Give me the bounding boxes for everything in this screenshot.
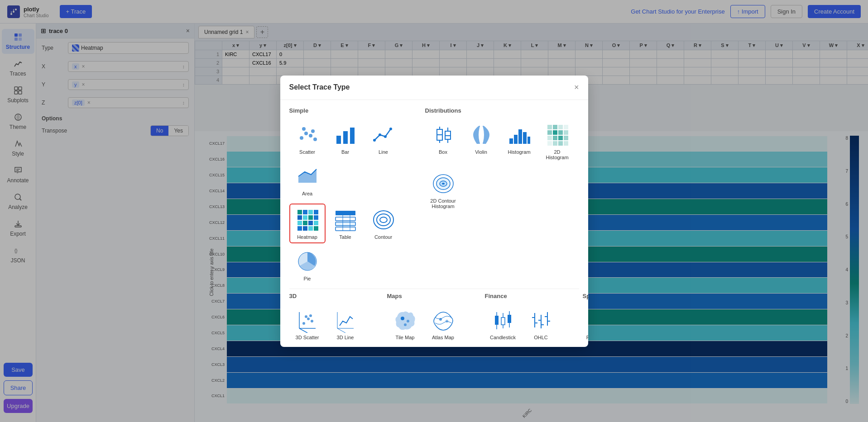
svg-point-25: [313, 138, 317, 141]
candlestick-label: Candlestick: [490, 335, 516, 340]
scatter-icon: [295, 122, 320, 147]
svg-point-21: [304, 132, 308, 135]
contour-label: Contour: [374, 234, 392, 240]
table-icon: [333, 207, 358, 232]
svg-point-32: [389, 128, 392, 130]
svg-rect-87: [564, 141, 568, 146]
line3d-chart-item[interactable]: 3D Line: [327, 304, 364, 344]
violin-chart-item[interactable]: Violin: [463, 119, 499, 164]
svg-rect-43: [308, 221, 313, 225]
pie-chart-item[interactable]: Pie: [289, 245, 326, 285]
svg-rect-27: [343, 131, 348, 144]
svg-rect-68: [514, 135, 518, 144]
svg-line-102: [337, 328, 345, 333]
histogram-icon: [507, 122, 532, 147]
polar-label: Polar Scatter: [586, 335, 588, 340]
distributions-section: Distributions: [425, 107, 579, 285]
atlasmap-label: Atlas Map: [432, 335, 454, 340]
3d-title: 3D: [289, 293, 380, 299]
scatter3d-label: 3D Scatter: [296, 335, 319, 340]
svg-rect-37: [297, 215, 302, 220]
svg-point-20: [300, 136, 303, 140]
heatmap-label: Heatmap: [297, 234, 317, 240]
3d-section: 3D: [289, 293, 380, 347]
svg-point-24: [311, 129, 315, 133]
finance-section: Finance: [485, 293, 575, 347]
svg-rect-48: [314, 226, 318, 231]
heatmap-type-icon: [295, 207, 320, 232]
svg-rect-36: [314, 210, 318, 214]
svg-rect-52: [336, 227, 355, 231]
ohlc-chart-item[interactable]: OHLC: [523, 304, 559, 344]
histogram-chart-item[interactable]: Histogram: [501, 119, 537, 164]
svg-rect-70: [523, 132, 527, 144]
svg-point-97: [311, 320, 313, 322]
modal-body: Simple: [280, 100, 588, 347]
svg-rect-38: [303, 215, 307, 220]
svg-point-99: [309, 314, 312, 317]
atlasmap-chart-item[interactable]: Atlas Map: [425, 304, 461, 344]
svg-point-113: [446, 320, 448, 322]
distributions-row1: Box Violin: [425, 119, 579, 164]
svg-point-96: [307, 318, 310, 320]
contour2d-chart-item[interactable]: 2D Contour Histogram: [425, 167, 461, 213]
svg-rect-76: [547, 130, 552, 135]
bar-chart-item[interactable]: Bar: [327, 119, 364, 158]
svg-point-112: [439, 318, 442, 321]
svg-rect-47: [308, 226, 313, 231]
scatter3d-icon: [295, 308, 320, 333]
svg-point-98: [305, 315, 307, 318]
bar-label: Bar: [341, 149, 349, 155]
pie-label: Pie: [304, 276, 311, 281]
svg-rect-73: [553, 125, 557, 129]
svg-rect-85: [553, 141, 557, 146]
svg-rect-81: [553, 136, 557, 140]
svg-rect-117: [495, 316, 499, 325]
candlestick-chart-item[interactable]: Candlestick: [485, 304, 521, 344]
svg-rect-71: [528, 137, 530, 144]
maps-title: Maps: [387, 293, 478, 299]
hist2d-icon: [545, 122, 570, 147]
scatter-chart-item[interactable]: Scatter: [289, 119, 326, 158]
modal-overlay[interactable]: Select Trace Type × Simple: [0, 0, 868, 422]
pie-icon: [295, 249, 320, 274]
svg-rect-80: [547, 136, 552, 140]
svg-rect-45: [297, 226, 302, 231]
scatter3d-chart-item[interactable]: 3D Scatter: [289, 304, 326, 344]
table-chart-item[interactable]: Table: [327, 204, 364, 243]
svg-rect-67: [509, 138, 513, 144]
tilemap-chart-item[interactable]: Tile Map: [387, 304, 423, 344]
modal-close-button[interactable]: ×: [574, 83, 579, 92]
svg-point-109: [401, 317, 404, 320]
svg-point-57: [380, 217, 387, 223]
area-chart-item[interactable]: Area: [289, 160, 326, 200]
area-icon: [295, 164, 320, 189]
line-icon: [371, 122, 396, 147]
table-label: Table: [339, 234, 351, 240]
box-chart-item[interactable]: Box: [425, 119, 461, 164]
svg-point-56: [377, 214, 390, 226]
svg-rect-50: [336, 217, 355, 221]
svg-point-91: [442, 183, 445, 185]
svg-rect-119: [501, 318, 505, 325]
hist2d-chart-item[interactable]: 2D Histogram: [539, 119, 575, 164]
violin-icon: [469, 122, 494, 147]
simple-row1: Scatter Bar: [289, 119, 416, 200]
svg-rect-79: [564, 130, 568, 135]
svg-rect-41: [297, 221, 302, 225]
maps-section: Maps Tile: [387, 293, 478, 347]
svg-point-30: [379, 133, 381, 136]
svg-line-94: [299, 328, 307, 333]
polar-chart-item[interactable]: Polar Scatter: [583, 304, 588, 344]
modal-header: Select Trace Type ×: [280, 76, 588, 100]
line-chart-item[interactable]: Line: [365, 119, 402, 158]
svg-point-22: [309, 134, 312, 138]
select-trace-modal: Select Trace Type × Simple: [280, 76, 588, 347]
svg-rect-35: [308, 210, 313, 214]
svg-point-111: [404, 323, 407, 326]
svg-rect-86: [558, 141, 563, 146]
heatmap-chart-item[interactable]: Heatmap: [289, 204, 326, 243]
contour-chart-item[interactable]: Contour: [365, 204, 402, 243]
box-label: Box: [439, 149, 447, 155]
ohlc-icon: [528, 308, 554, 333]
